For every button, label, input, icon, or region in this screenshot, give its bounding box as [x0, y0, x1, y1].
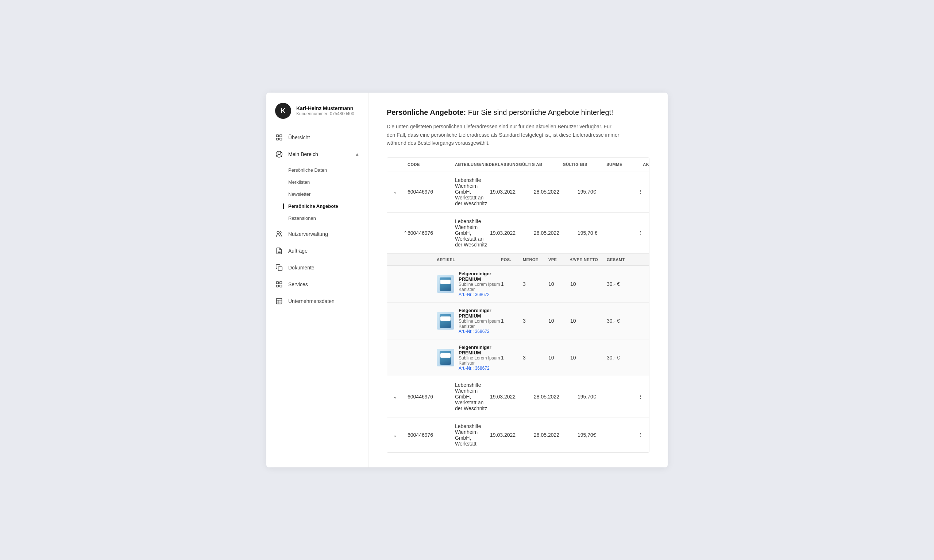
gesamt-cell: 30,- €: [607, 318, 643, 324]
gesamt-cell: 30,- €: [607, 355, 643, 361]
sidebar-item-label: Mein Bereich: [288, 151, 318, 157]
gultig-bis-cell: 28.05.2022: [534, 189, 578, 195]
vpe-netto-cell: 10: [570, 355, 607, 361]
product-image: [437, 275, 454, 293]
product-subtitle: Subline Lorem Ipsum Kanister: [459, 318, 501, 329]
product-name: Felgenreiniger PREMIUM: [459, 345, 501, 355]
abteilung-cell: Lebenshilfe Wienheim GmbH, Werkstatt an …: [455, 177, 490, 206]
sidebar-item-label: Aufträge: [288, 248, 308, 254]
sidebar-item-label: Übersicht: [288, 135, 310, 140]
user-profile: K Karl-Heinz Mustermann Kundennummer: 07…: [266, 103, 368, 129]
table-row: ⌄ 600446976 Lebenshilfe Wienheim GmbH, W…: [387, 212, 649, 254]
collapse-button[interactable]: ⌄: [393, 230, 407, 236]
gultig-bis-cell: 28.05.2022: [534, 230, 578, 236]
summe-cell: 195,70€: [578, 394, 614, 400]
product-row: Felgenreiniger PREMIUM Subline Lorem Ips…: [387, 339, 649, 376]
table-row: ⌄ 600446976 Lebenshilfe Wienheim GmbH, W…: [387, 417, 649, 452]
sidebar-item-newsletter[interactable]: Newsletter: [266, 188, 368, 200]
chevron-up-icon: ▲: [355, 152, 359, 157]
sidebar-item-persoenliche-angebote[interactable]: Persönliche Angebote: [266, 200, 368, 212]
sidebar-item-auftrage[interactable]: Aufträge: [266, 242, 368, 259]
table-row: ⌄ 600446976 Lebenshilfe Wienheim GmbH, W…: [387, 171, 649, 212]
expand-button[interactable]: ⌄: [393, 394, 407, 400]
sub-table-header: ARTIKEL POS. MENGE VPE €/VPE NETTO GESAM…: [387, 254, 649, 266]
code-cell: 600446976: [407, 432, 455, 438]
menge-cell: 3: [523, 318, 549, 324]
menge-cell: 3: [523, 281, 549, 287]
more-actions-button[interactable]: ⋮: [614, 432, 643, 438]
gultig-ab-cell: 19.03.2022: [490, 230, 534, 236]
product-art-nr[interactable]: Art.-Nr.: 368672: [459, 366, 501, 371]
summe-cell: 195,70€: [578, 189, 614, 195]
more-actions-button[interactable]: ⋮: [614, 189, 643, 195]
product-cell: Felgenreiniger PREMIUM Subline Lorem Ips…: [437, 308, 501, 334]
col-aktion: AKTION: [643, 162, 649, 167]
col-summe: SUMME: [606, 162, 643, 167]
product-image: [437, 312, 454, 329]
sidebar-item-unternehmensdaten[interactable]: Unternehmensdaten: [266, 293, 368, 309]
product-art-nr[interactable]: Art.-Nr.: 368672: [459, 329, 501, 334]
sub-col-vpe: VPE: [549, 257, 570, 262]
more-actions-button[interactable]: ⋮: [614, 230, 643, 236]
vpe-netto-cell: 10: [570, 318, 607, 324]
product-row: Felgenreiniger PREMIUM Subline Lorem Ips…: [387, 303, 649, 339]
sidebar-item-dokumente[interactable]: Dokumente: [266, 259, 368, 276]
pos-cell: 1: [501, 355, 523, 361]
expand-button[interactable]: ⌄: [393, 189, 407, 195]
sidebar-item-rezensionen[interactable]: Rezensionen: [266, 212, 368, 224]
sidebar-item-label: Nutzerverwaltung: [288, 231, 328, 237]
product-cell: Felgenreiniger PREMIUM Subline Lorem Ips…: [437, 271, 501, 297]
main-nav: Übersicht Mein Bereich ▲ Persönliche Dat…: [266, 129, 368, 309]
grid2-icon: [275, 280, 283, 288]
svg-rect-13: [280, 285, 282, 287]
col-abteilung: ABTEILUNG/NIEDERLASSUNG: [455, 162, 519, 167]
col-gultig-bis: GÜLTIG BIS: [563, 162, 606, 167]
app-container: K Karl-Heinz Mustermann Kundennummer: 07…: [266, 92, 668, 467]
sidebar-item-merklisten[interactable]: Merklisten: [266, 176, 368, 188]
product-image: [437, 349, 454, 366]
product-row: Felgenreiniger PREMIUM Subline Lorem Ips…: [387, 266, 649, 303]
gultig-bis-cell: 28.05.2022: [534, 394, 578, 400]
col-spacer: [393, 162, 407, 167]
abteilung-cell: Lebenshilfe Wienheim GmbH, Werkstatt an …: [455, 218, 490, 248]
svg-rect-11: [280, 282, 282, 284]
sub-col-pos: POS.: [501, 257, 523, 262]
col-gultig-ab: GÜLTIG AB: [519, 162, 563, 167]
sidebar-item-services[interactable]: Services: [266, 276, 368, 293]
expand-button[interactable]: ⌄: [393, 432, 407, 438]
code-cell: 600446976: [407, 189, 455, 195]
sidebar-item-label: Dokumente: [288, 265, 314, 271]
abteilung-cell: Lebenshilfe Wienheim GmbH, Werkstatt: [455, 423, 490, 447]
svg-rect-14: [277, 298, 282, 304]
sidebar-item-persoenliche-daten[interactable]: Persönliche Daten: [266, 164, 368, 176]
sidebar-item-nutzerverwaltung[interactable]: Nutzerverwaltung: [266, 226, 368, 242]
user-number: Kundennummer: 0754800400: [296, 111, 354, 116]
pos-cell: 1: [501, 318, 523, 324]
abteilung-cell: Lebenshilfe Wienheim GmbH, Werkstatt an …: [455, 382, 490, 411]
sub-col-vpe-netto: €/VPE NETTO: [570, 257, 607, 262]
svg-rect-0: [277, 135, 279, 137]
code-cell: 600446976: [407, 394, 455, 400]
page-title-bold: Persönliche Angebote:: [387, 108, 466, 116]
offers-table: CODE ABTEILUNG/NIEDERLASSUNG GÜLTIG AB G…: [387, 157, 649, 453]
product-info: Felgenreiniger PREMIUM Subline Lorem Ips…: [459, 345, 501, 371]
gultig-ab-cell: 19.03.2022: [490, 189, 534, 195]
svg-rect-9: [278, 267, 282, 271]
summe-cell: 195,70€: [578, 432, 614, 438]
sub-col-artikel: ARTIKEL: [437, 257, 501, 262]
table-header: CODE ABTEILUNG/NIEDERLASSUNG GÜLTIG AB G…: [387, 158, 649, 171]
product-art-nr[interactable]: Art.-Nr.: 368672: [459, 292, 501, 297]
user-circle-icon: [275, 150, 283, 158]
product-name: Felgenreiniger PREMIUM: [459, 271, 501, 282]
page-description: Die unten gelisteten persönlichen Liefer…: [387, 123, 620, 147]
sidebar-item-ubersicht[interactable]: Übersicht: [266, 129, 368, 146]
sidebar-item-mein-bereich[interactable]: Mein Bereich ▲: [266, 146, 368, 163]
product-cell: Felgenreiniger PREMIUM Subline Lorem Ips…: [437, 345, 501, 371]
sub-col-gesamt: GESAMT: [607, 257, 643, 262]
gesamt-cell: 30,- €: [607, 281, 643, 287]
more-actions-button[interactable]: ⋮: [614, 394, 643, 400]
svg-rect-3: [280, 138, 282, 140]
product-name: Felgenreiniger PREMIUM: [459, 308, 501, 318]
sub-col-menge: MENGE: [523, 257, 549, 262]
product-info: Felgenreiniger PREMIUM Subline Lorem Ips…: [459, 271, 501, 297]
